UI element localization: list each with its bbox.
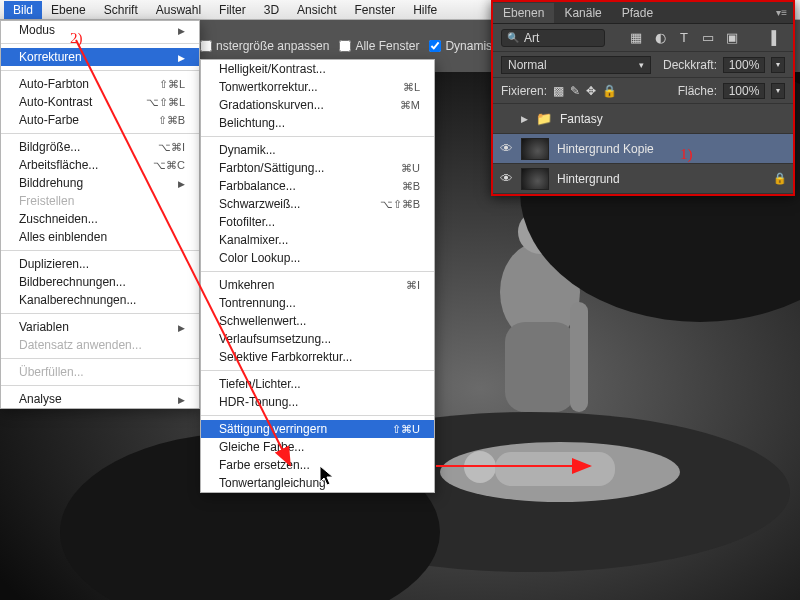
panel-lock-row: Fixieren: ▩ ✎ ✥ 🔒 Fläche: 100% ▾ [493, 78, 793, 104]
tab-kanaele[interactable]: Kanäle [554, 3, 611, 23]
menu-item-bildgroesse[interactable]: Bildgröße...⌥⌘I [1, 138, 199, 156]
menu-fenster[interactable]: Fenster [345, 1, 404, 19]
panel-tabs: Ebenen Kanäle Pfade ▾≡ [493, 2, 793, 24]
menu-item-farbbalance[interactable]: Farbbalance...⌘B [201, 177, 434, 195]
filter-adjust-icon[interactable]: ◐ [651, 30, 669, 45]
menu-item-dynamik[interactable]: Dynamik... [201, 141, 434, 159]
lock-pixels-icon[interactable]: ▩ [553, 84, 564, 98]
menu-bild[interactable]: Bild [4, 1, 42, 19]
visibility-toggle[interactable]: 👁 [499, 171, 513, 186]
menu-item-hdr[interactable]: HDR-Tonung... [201, 393, 434, 411]
menu-schrift[interactable]: Schrift [95, 1, 147, 19]
svg-point-3 [464, 451, 496, 483]
opt-resize-windows-label: nstergröße anpassen [216, 39, 329, 53]
filter-toggle-icon[interactable]: ▌ [767, 30, 785, 45]
menu-ebene[interactable]: Ebene [42, 1, 95, 19]
fill-field[interactable]: 100% [723, 83, 765, 99]
lock-icon: 🔒 [773, 172, 787, 185]
menu-item-arbeitsflaeche[interactable]: Arbeitsfläche...⌥⌘C [1, 156, 199, 174]
menu-item-umkehren[interactable]: Umkehren⌘I [201, 276, 434, 294]
menu-item-duplizieren[interactable]: Duplizieren... [1, 255, 199, 273]
menu-hilfe[interactable]: Hilfe [404, 1, 446, 19]
tab-pfade[interactable]: Pfade [612, 3, 663, 23]
menu-item-farbton[interactable]: Farbton/Sättigung...⌘U [201, 159, 434, 177]
menu-ansicht[interactable]: Ansicht [288, 1, 345, 19]
lock-position-icon[interactable]: ✥ [586, 84, 596, 98]
layer-filter-select[interactable]: 🔍 Art [501, 29, 605, 47]
opt-all-windows-label: Alle Fenster [355, 39, 419, 53]
menu-item-tonwertangleichung[interactable]: Tonwertangleichung [201, 474, 434, 492]
menu-item-datensatz: Datensatz anwenden... [1, 336, 199, 354]
menu-item-farbe-ersetzen[interactable]: Farbe ersetzen... [201, 456, 434, 474]
lock-all-icon[interactable]: 🔒 [602, 84, 617, 98]
menu-item-tontrennung[interactable]: Tontrennung... [201, 294, 434, 312]
menu-item-bildberechnungen[interactable]: Bildberechnungen... [1, 273, 199, 291]
menu-item-belichtung[interactable]: Belichtung... [201, 114, 434, 132]
menu-item-freistellen: Freistellen [1, 192, 199, 210]
layers-panel: Ebenen Kanäle Pfade ▾≡ 🔍 Art ▦ ◐ T ▭ ▣ ▌… [491, 0, 795, 196]
menu-bild-dropdown: Modus Korrekturen Auto-Farbton⇧⌘L Auto-K… [0, 20, 200, 409]
svg-rect-8 [570, 302, 588, 412]
menu-item-schwarzweiss[interactable]: Schwarzweiß...⌥⇧⌘B [201, 195, 434, 213]
menu-auswahl[interactable]: Auswahl [147, 1, 210, 19]
menu-item-modus[interactable]: Modus [1, 21, 199, 39]
layer-thumb[interactable] [521, 168, 549, 190]
menu-item-tonwert[interactable]: Tonwertkorrektur...⌘L [201, 78, 434, 96]
menu-item-analyse[interactable]: Analyse [1, 390, 199, 408]
opacity-field[interactable]: 100% [723, 57, 765, 73]
menu-item-kanalmixer[interactable]: Kanalmixer... [201, 231, 434, 249]
menu-item-gleiche-farbe[interactable]: Gleiche Farbe... [201, 438, 434, 456]
menu-item-schwellenwert[interactable]: Schwellenwert... [201, 312, 434, 330]
opacity-dropdown[interactable]: ▾ [771, 57, 785, 73]
menu-filter[interactable]: Filter [210, 1, 255, 19]
menu-item-ueberfuellen: Überfüllen... [1, 363, 199, 381]
menu-item-gradation[interactable]: Gradationskurven...⌘M [201, 96, 434, 114]
layer-name[interactable]: Hintergrund Kopie [557, 142, 787, 156]
menu-item-variablen[interactable]: Variablen [1, 318, 199, 336]
menu-item-selektiv[interactable]: Selektive Farbkorrektur... [201, 348, 434, 366]
folder-icon: 📁 [536, 111, 552, 126]
menu-item-auto-farbe[interactable]: Auto-Farbe⇧⌘B [1, 111, 199, 129]
menu-item-tiefen[interactable]: Tiefen/Lichter... [201, 375, 434, 393]
layer-name[interactable]: Fantasy [560, 112, 787, 126]
menu-item-zuschneiden[interactable]: Zuschneiden... [1, 210, 199, 228]
opt-resize-windows[interactable]: nstergröße anpassen [200, 39, 329, 53]
layer-row-group[interactable]: ▶ 📁 Fantasy [493, 104, 793, 134]
menu-item-auto-kontrast[interactable]: Auto-Kontrast⌥⇧⌘L [1, 93, 199, 111]
svg-rect-7 [505, 322, 575, 412]
menu-item-kanalberechnungen[interactable]: Kanalberechnungen... [1, 291, 199, 309]
panel-menu-icon[interactable]: ▾≡ [770, 7, 793, 18]
menu-item-helligkeit[interactable]: Helligkeit/Kontrast... [201, 60, 434, 78]
search-icon: 🔍 [507, 32, 519, 43]
layer-row-bg-copy[interactable]: 👁 Hintergrund Kopie [493, 134, 793, 164]
tab-ebenen[interactable]: Ebenen [493, 3, 554, 23]
menu-item-fotofilter[interactable]: Fotofilter... [201, 213, 434, 231]
layer-row-bg[interactable]: 👁 Hintergrund 🔒 [493, 164, 793, 194]
fill-dropdown[interactable]: ▾ [771, 83, 785, 99]
visibility-toggle[interactable]: 👁 [499, 141, 513, 156]
lock-paint-icon[interactable]: ✎ [570, 84, 580, 98]
menu-item-alles-einblenden[interactable]: Alles einblenden [1, 228, 199, 246]
filter-type-icon[interactable]: T [675, 30, 693, 45]
panel-filter-row: 🔍 Art ▦ ◐ T ▭ ▣ ▌ [493, 24, 793, 52]
menu-item-verlauf[interactable]: Verlaufsumsetzung... [201, 330, 434, 348]
layer-thumb[interactable] [521, 138, 549, 160]
group-disclosure-icon[interactable]: ▶ [521, 114, 528, 124]
menu-3d[interactable]: 3D [255, 1, 288, 19]
lock-label: Fixieren: [501, 84, 547, 98]
fill-label: Fläche: [678, 84, 717, 98]
layer-name[interactable]: Hintergrund [557, 172, 765, 186]
menu-item-colorlookup[interactable]: Color Lookup... [201, 249, 434, 267]
panel-blend-row: Normal▾ Deckkraft: 100% ▾ [493, 52, 793, 78]
menu-item-korrekturen[interactable]: Korrekturen [1, 48, 199, 66]
menu-item-auto-farbton[interactable]: Auto-Farbton⇧⌘L [1, 75, 199, 93]
filter-pixel-icon[interactable]: ▦ [627, 30, 645, 45]
blend-mode-select[interactable]: Normal▾ [501, 56, 651, 74]
menu-item-bilddrehung[interactable]: Bilddrehung [1, 174, 199, 192]
filter-shape-icon[interactable]: ▭ [699, 30, 717, 45]
layer-filter-label: Art [524, 31, 539, 45]
menu-item-desaturate[interactable]: Sättigung verringern⇧⌘U [201, 420, 434, 438]
opt-all-windows[interactable]: Alle Fenster [339, 39, 419, 53]
filter-smart-icon[interactable]: ▣ [723, 30, 741, 45]
svg-rect-4 [495, 452, 615, 486]
